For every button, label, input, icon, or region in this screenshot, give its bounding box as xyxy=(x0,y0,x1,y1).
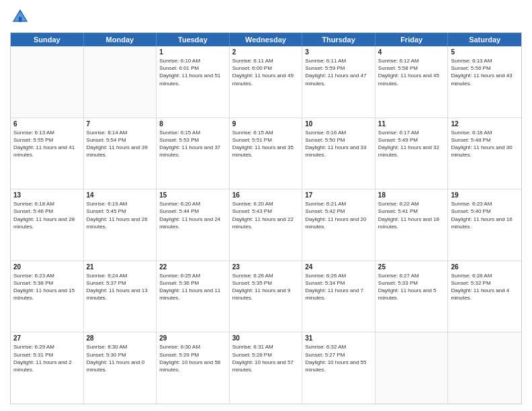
day-number: 12 xyxy=(451,120,519,128)
day-number: 7 xyxy=(87,120,154,128)
day-detail: Sunrise: 6:20 AM Sunset: 5:43 PM Dayligh… xyxy=(232,200,300,230)
day-cell-6: 6Sunrise: 6:13 AM Sunset: 5:55 PM Daylig… xyxy=(11,118,84,189)
day-number: 19 xyxy=(451,191,519,199)
day-number: 25 xyxy=(378,263,445,271)
day-cell-30: 30Sunrise: 6:31 AM Sunset: 5:28 PM Dayli… xyxy=(230,332,303,404)
empty-cell xyxy=(11,46,84,118)
calendar-week-1: 1Sunrise: 6:10 AM Sunset: 6:01 PM Daylig… xyxy=(11,46,521,118)
day-cell-13: 13Sunrise: 6:18 AM Sunset: 5:46 PM Dayli… xyxy=(11,189,84,261)
day-detail: Sunrise: 6:32 AM Sunset: 5:27 PM Dayligh… xyxy=(305,343,372,373)
day-number: 26 xyxy=(451,263,519,271)
empty-cell xyxy=(375,332,449,404)
svg-rect-2 xyxy=(19,17,22,22)
day-cell-4: 4Sunrise: 6:12 AM Sunset: 5:58 PM Daylig… xyxy=(375,46,449,118)
day-detail: Sunrise: 6:18 AM Sunset: 5:46 PM Dayligh… xyxy=(13,200,81,230)
day-number: 15 xyxy=(159,191,226,199)
day-cell-1: 1Sunrise: 6:10 AM Sunset: 6:01 PM Daylig… xyxy=(157,46,230,118)
day-detail: Sunrise: 6:25 AM Sunset: 5:36 PM Dayligh… xyxy=(159,272,226,302)
day-cell-26: 26Sunrise: 6:28 AM Sunset: 5:32 PM Dayli… xyxy=(448,261,521,332)
day-detail: Sunrise: 6:22 AM Sunset: 5:41 PM Dayligh… xyxy=(378,200,445,230)
calendar-week-2: 6Sunrise: 6:13 AM Sunset: 5:55 PM Daylig… xyxy=(11,118,521,189)
day-detail: Sunrise: 6:21 AM Sunset: 5:42 PM Dayligh… xyxy=(305,200,372,230)
day-detail: Sunrise: 6:11 AM Sunset: 6:00 PM Dayligh… xyxy=(232,57,300,87)
day-detail: Sunrise: 6:13 AM Sunset: 5:55 PM Dayligh… xyxy=(13,129,81,159)
day-number: 8 xyxy=(159,120,226,128)
day-cell-8: 8Sunrise: 6:15 AM Sunset: 5:53 PM Daylig… xyxy=(157,118,230,189)
empty-cell xyxy=(448,332,521,404)
day-cell-11: 11Sunrise: 6:17 AM Sunset: 5:49 PM Dayli… xyxy=(375,118,449,189)
day-cell-15: 15Sunrise: 6:20 AM Sunset: 5:44 PM Dayli… xyxy=(157,189,230,261)
calendar-week-3: 13Sunrise: 6:18 AM Sunset: 5:46 PM Dayli… xyxy=(11,189,521,261)
day-number: 31 xyxy=(305,334,372,342)
day-number: 14 xyxy=(87,191,154,199)
header-day-monday: Monday xyxy=(84,33,157,46)
day-number: 23 xyxy=(232,263,300,271)
day-cell-25: 25Sunrise: 6:27 AM Sunset: 5:33 PM Dayli… xyxy=(375,261,449,332)
day-cell-10: 10Sunrise: 6:16 AM Sunset: 5:50 PM Dayli… xyxy=(302,118,375,189)
day-detail: Sunrise: 6:10 AM Sunset: 6:01 PM Dayligh… xyxy=(159,57,226,87)
day-detail: Sunrise: 6:26 AM Sunset: 5:35 PM Dayligh… xyxy=(232,272,300,302)
logo xyxy=(10,7,33,27)
day-cell-24: 24Sunrise: 6:26 AM Sunset: 5:34 PM Dayli… xyxy=(302,261,375,332)
day-detail: Sunrise: 6:17 AM Sunset: 5:49 PM Dayligh… xyxy=(378,129,445,159)
header-day-friday: Friday xyxy=(375,33,449,46)
day-cell-31: 31Sunrise: 6:32 AM Sunset: 5:27 PM Dayli… xyxy=(302,332,375,404)
calendar-week-4: 20Sunrise: 6:23 AM Sunset: 5:38 PM Dayli… xyxy=(11,261,521,332)
day-cell-28: 28Sunrise: 6:30 AM Sunset: 5:30 PM Dayli… xyxy=(84,332,157,404)
day-detail: Sunrise: 6:12 AM Sunset: 5:58 PM Dayligh… xyxy=(378,57,445,87)
header xyxy=(10,7,522,27)
day-cell-5: 5Sunrise: 6:13 AM Sunset: 5:56 PM Daylig… xyxy=(448,46,521,118)
day-detail: Sunrise: 6:30 AM Sunset: 5:29 PM Dayligh… xyxy=(159,343,226,373)
page: SundayMondayTuesdayWednesdayThursdayFrid… xyxy=(0,0,532,411)
day-detail: Sunrise: 6:24 AM Sunset: 5:37 PM Dayligh… xyxy=(87,272,154,302)
day-detail: Sunrise: 6:14 AM Sunset: 5:54 PM Dayligh… xyxy=(87,129,154,159)
calendar-body: 1Sunrise: 6:10 AM Sunset: 6:01 PM Daylig… xyxy=(11,46,521,404)
day-cell-27: 27Sunrise: 6:29 AM Sunset: 5:31 PM Dayli… xyxy=(11,332,84,404)
day-detail: Sunrise: 6:28 AM Sunset: 5:32 PM Dayligh… xyxy=(451,272,519,302)
day-detail: Sunrise: 6:18 AM Sunset: 5:48 PM Dayligh… xyxy=(451,129,519,159)
day-detail: Sunrise: 6:23 AM Sunset: 5:38 PM Dayligh… xyxy=(13,272,81,302)
day-detail: Sunrise: 6:15 AM Sunset: 5:51 PM Dayligh… xyxy=(232,129,300,159)
day-number: 11 xyxy=(378,120,445,128)
day-detail: Sunrise: 6:27 AM Sunset: 5:33 PM Dayligh… xyxy=(378,272,445,302)
day-detail: Sunrise: 6:13 AM Sunset: 5:56 PM Dayligh… xyxy=(451,57,519,87)
day-number: 21 xyxy=(87,263,154,271)
day-cell-16: 16Sunrise: 6:20 AM Sunset: 5:43 PM Dayli… xyxy=(230,189,303,261)
day-number: 16 xyxy=(232,191,300,199)
day-number: 6 xyxy=(13,120,81,128)
logo-icon xyxy=(10,7,30,27)
empty-cell xyxy=(84,46,157,118)
day-detail: Sunrise: 6:31 AM Sunset: 5:28 PM Dayligh… xyxy=(232,343,300,373)
day-cell-9: 9Sunrise: 6:15 AM Sunset: 5:51 PM Daylig… xyxy=(230,118,303,189)
day-number: 9 xyxy=(232,120,300,128)
day-cell-21: 21Sunrise: 6:24 AM Sunset: 5:37 PM Dayli… xyxy=(84,261,157,332)
day-detail: Sunrise: 6:16 AM Sunset: 5:50 PM Dayligh… xyxy=(305,129,372,159)
day-number: 3 xyxy=(305,48,372,56)
calendar-week-5: 27Sunrise: 6:29 AM Sunset: 5:31 PM Dayli… xyxy=(11,332,521,404)
day-number: 24 xyxy=(305,263,372,271)
day-cell-23: 23Sunrise: 6:26 AM Sunset: 5:35 PM Dayli… xyxy=(230,261,303,332)
day-number: 22 xyxy=(159,263,226,271)
day-number: 2 xyxy=(232,48,300,56)
calendar: SundayMondayTuesdayWednesdayThursdayFrid… xyxy=(10,32,522,404)
day-cell-29: 29Sunrise: 6:30 AM Sunset: 5:29 PM Dayli… xyxy=(157,332,230,404)
day-cell-20: 20Sunrise: 6:23 AM Sunset: 5:38 PM Dayli… xyxy=(11,261,84,332)
day-cell-12: 12Sunrise: 6:18 AM Sunset: 5:48 PM Dayli… xyxy=(448,118,521,189)
day-detail: Sunrise: 6:29 AM Sunset: 5:31 PM Dayligh… xyxy=(13,343,81,373)
header-day-tuesday: Tuesday xyxy=(157,33,230,46)
day-number: 1 xyxy=(159,48,226,56)
day-number: 27 xyxy=(13,334,81,342)
day-number: 4 xyxy=(378,48,445,56)
day-number: 18 xyxy=(378,191,445,199)
header-day-wednesday: Wednesday xyxy=(230,33,303,46)
day-detail: Sunrise: 6:20 AM Sunset: 5:44 PM Dayligh… xyxy=(159,200,226,230)
day-detail: Sunrise: 6:23 AM Sunset: 5:40 PM Dayligh… xyxy=(451,200,519,230)
header-day-sunday: Sunday xyxy=(11,33,84,46)
day-cell-19: 19Sunrise: 6:23 AM Sunset: 5:40 PM Dayli… xyxy=(448,189,521,261)
day-cell-18: 18Sunrise: 6:22 AM Sunset: 5:41 PM Dayli… xyxy=(375,189,449,261)
day-detail: Sunrise: 6:11 AM Sunset: 5:59 PM Dayligh… xyxy=(305,57,372,87)
day-number: 29 xyxy=(159,334,226,342)
header-day-saturday: Saturday xyxy=(448,33,521,46)
day-cell-17: 17Sunrise: 6:21 AM Sunset: 5:42 PM Dayli… xyxy=(302,189,375,261)
day-number: 30 xyxy=(232,334,300,342)
